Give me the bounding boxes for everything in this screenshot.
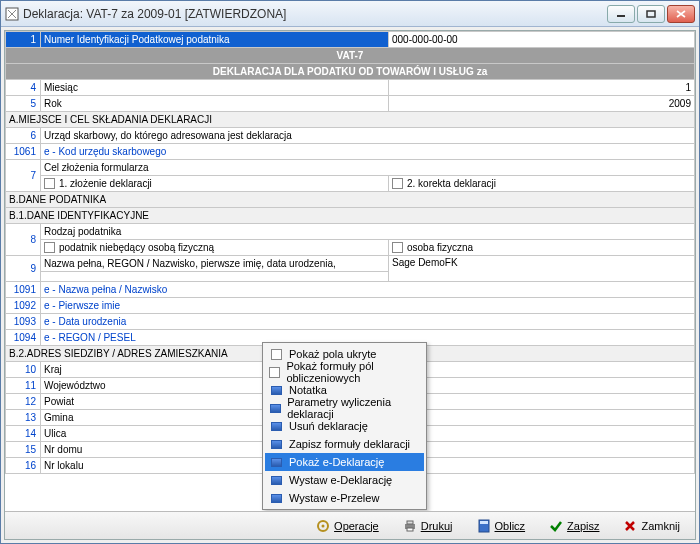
context-menu[interactable]: Pokaż pola ukryte Pokaż formuły pól obli…	[262, 342, 427, 510]
menu-save-formulas[interactable]: Zapisz formuły deklaracji	[265, 435, 424, 453]
checkbox-submission[interactable]	[44, 178, 55, 189]
row-nip[interactable]: 1 Numer Identyfikacji Podatkowej podatni…	[6, 32, 695, 48]
row-taxpayer-type[interactable]: 8 Rodzaj podatnika	[6, 224, 695, 240]
form-area: 1 Numer Identyfikacji Podatkowej podatni…	[4, 30, 696, 540]
titlebar[interactable]: Deklaracja: VAT-7 za 2009-01 [ZATWIERDZO…	[1, 1, 699, 27]
gear-icon	[316, 519, 330, 533]
row-1091[interactable]: 1091e - Nazwa pełna / Nazwisko	[6, 282, 695, 298]
section-a: A.MIEJSCE I CEL SKŁADANIA DEKLARACJI	[6, 112, 695, 128]
delete-icon	[271, 422, 282, 431]
svg-rect-7	[407, 528, 413, 531]
close-form-button[interactable]: Zamknij	[614, 516, 689, 536]
svg-point-4	[322, 524, 325, 527]
transfer-icon	[271, 494, 282, 503]
row-1061[interactable]: 1061 e - Kod urzędu skarbowego	[6, 144, 695, 160]
svg-rect-9	[480, 521, 488, 524]
row-1093[interactable]: 1093e - Data urodzenia	[6, 314, 695, 330]
section-b: B.DANE PODATNIKA	[6, 192, 695, 208]
maximize-button[interactable]	[637, 5, 665, 23]
operations-button[interactable]: Operacje	[307, 516, 388, 536]
window-title: Deklaracja: VAT-7 za 2009-01 [ZATWIERDZO…	[23, 7, 607, 21]
checkbox-icon	[269, 367, 280, 378]
field-label: Numer Identyfikacji Podatkowej podatnika	[41, 32, 389, 48]
field-value[interactable]: 000-000-00-00	[389, 32, 695, 48]
menu-calc-params[interactable]: Parametry wyliczenia deklaracji	[265, 399, 424, 417]
row-purpose[interactable]: 7 Cel złożenia formularza	[6, 160, 695, 176]
calculate-button[interactable]: Oblicz	[468, 516, 535, 536]
note-icon	[271, 386, 282, 395]
row-1092[interactable]: 1092e - Pierwsze imie	[6, 298, 695, 314]
form-header-1: VAT-7	[6, 48, 695, 64]
minimize-button[interactable]	[607, 5, 635, 23]
params-icon	[270, 404, 281, 413]
checkbox-physical[interactable]	[392, 242, 403, 253]
row-fullname[interactable]: 9 Nazwa pełna, REGON / Nazwisko, pierwsz…	[6, 256, 695, 272]
svg-rect-2	[647, 11, 655, 17]
menu-show-edeclaration[interactable]: Pokaż e-Deklarację	[265, 453, 424, 471]
row-month[interactable]: 4 Miesiąc 1	[6, 80, 695, 96]
save-icon	[271, 440, 282, 449]
printer-icon	[403, 519, 417, 533]
row-year[interactable]: 5 Rok 2009	[6, 96, 695, 112]
form-header-2: DEKLARACJA DLA PODATKU OD TOWARÓW I USŁU…	[6, 64, 695, 80]
menu-show-formulas[interactable]: Pokaż formuły pól obliczeniowych	[265, 363, 424, 381]
close-button[interactable]	[667, 5, 695, 23]
app-icon	[5, 7, 19, 21]
row-number: 1	[6, 32, 41, 48]
row-tax-office[interactable]: 6 Urząd skarbowy, do którego adresowana …	[6, 128, 695, 144]
calculator-icon	[477, 519, 491, 533]
menu-issue-edeclaration[interactable]: Wystaw e-Deklarację	[265, 471, 424, 489]
section-b1: B.1.DANE IDENTYFIKACYJNE	[6, 208, 695, 224]
checkbox-correction[interactable]	[392, 178, 403, 189]
show-icon	[271, 458, 282, 467]
toolbar: Operacje Drukuj Oblicz Zapisz Zamknij	[5, 511, 695, 539]
svg-rect-6	[407, 521, 413, 524]
checkbox-nonphysical[interactable]	[44, 242, 55, 253]
row-taxpayer-type-options[interactable]: podatnik niebędący osobą fizyczną osoba …	[6, 240, 695, 256]
x-icon	[623, 519, 637, 533]
issue-icon	[271, 476, 282, 485]
checkbox-icon	[271, 349, 282, 360]
menu-issue-etransfer[interactable]: Wystaw e-Przelew	[265, 489, 424, 507]
row-purpose-options[interactable]: 1. złożenie deklaracji 2. korekta deklar…	[6, 176, 695, 192]
window: Deklaracja: VAT-7 za 2009-01 [ZATWIERDZO…	[0, 0, 700, 544]
save-button[interactable]: Zapisz	[540, 516, 608, 536]
print-button[interactable]: Drukuj	[394, 516, 462, 536]
window-buttons	[607, 5, 695, 23]
check-icon	[549, 519, 563, 533]
